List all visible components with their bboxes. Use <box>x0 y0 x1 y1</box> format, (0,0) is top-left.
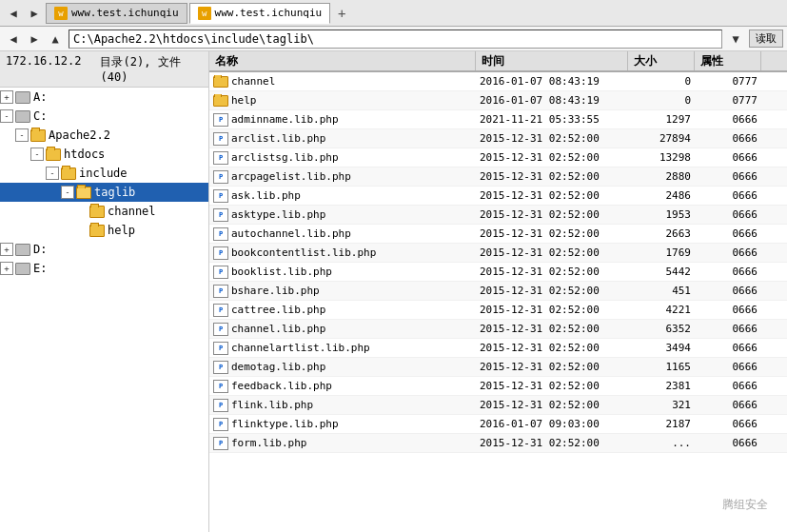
php-file-icon: P <box>213 246 228 260</box>
file-row[interactable]: Parclist.lib.php2015-12-31 02:52:0027894… <box>209 129 787 148</box>
tree-item-help-sub[interactable]: help <box>0 221 208 240</box>
file-row[interactable]: Pdemotag.lib.php2015-12-31 02:52:0011650… <box>209 358 787 377</box>
tree-item-e[interactable]: + E: <box>0 259 208 278</box>
tree-item-c[interactable]: - C: <box>0 107 208 126</box>
right-panel: 名称 时间 大小 属性 channel2016-01-07 08:43:1900… <box>209 51 787 532</box>
address-input[interactable]: C:\Apache2.2\htdocs\include\taglib\ <box>69 30 722 49</box>
addr-up-icon[interactable]: ▲ <box>46 30 65 49</box>
file-attr-cell: 0666 <box>695 342 761 354</box>
file-time-cell: 2015-12-31 02:52:00 <box>476 246 628 259</box>
nav-icons: ◀ ▶ <box>4 4 44 23</box>
file-size-cell: 1769 <box>628 246 695 259</box>
file-attr-cell: 0666 <box>695 189 761 202</box>
file-row[interactable]: Parclistsg.lib.php2015-12-31 02:52:00132… <box>209 148 787 167</box>
tab-1-label: www.test.ichunqiu <box>215 7 323 19</box>
file-size-cell: 4221 <box>628 304 695 316</box>
file-attr-cell: 0666 <box>695 246 761 259</box>
file-attr-cell: 0666 <box>695 323 761 335</box>
file-name-cell: help <box>209 94 476 107</box>
file-row[interactable]: Pchannel.lib.php2015-12-31 02:52:0063520… <box>209 320 787 339</box>
tree-item-htdocs[interactable]: - htdocs <box>0 145 208 164</box>
file-row[interactable]: Pbookcontentlist.lib.php2015-12-31 02:52… <box>209 244 787 263</box>
toggle-c[interactable]: - <box>0 109 13 123</box>
folder-icon-taglib <box>76 187 91 199</box>
file-name: channel <box>231 75 275 88</box>
read-button[interactable]: 读取 <box>749 30 783 48</box>
file-row[interactable]: Pform.lib.php2015-12-31 02:52:00...0666 <box>209 434 787 453</box>
new-tab-button[interactable]: + <box>332 4 351 23</box>
file-name: form.lib.php <box>231 437 306 449</box>
file-row[interactable]: channel2016-01-07 08:43:1900777 <box>209 72 787 91</box>
php-file-icon: P <box>213 132 228 146</box>
toggle-a[interactable]: + <box>0 90 13 104</box>
toggle-e[interactable]: + <box>0 262 13 275</box>
forward-icon[interactable]: ▶ <box>25 4 44 23</box>
file-time-cell: 2015-12-31 02:52:00 <box>476 208 628 221</box>
toggle-htdocs[interactable]: - <box>30 148 44 161</box>
file-name: channelartlist.lib.php <box>231 342 370 354</box>
file-name-cell: Pautochannel.lib.php <box>209 227 476 241</box>
file-size-cell: 3494 <box>628 342 695 354</box>
addr-back-icon[interactable]: ◀ <box>4 30 23 49</box>
drive-icon-a <box>15 91 30 104</box>
tab-0[interactable]: w www.test.ichunqiu <box>46 3 187 24</box>
file-time-cell: 2015-12-31 02:52:00 <box>476 304 628 316</box>
file-row[interactable]: Parcpagelist.lib.php2015-12-31 02:52:002… <box>209 167 787 187</box>
tree-item-a[interactable]: + A: <box>0 88 208 107</box>
tree-label-htdocs: htdocs <box>64 148 105 161</box>
tree-label-a: A: <box>33 90 47 104</box>
file-attr-cell: 0666 <box>695 361 761 373</box>
file-size-cell: 5442 <box>628 266 695 278</box>
file-name-cell: Pflinktype.lib.php <box>209 418 476 431</box>
file-row[interactable]: Pchannelartlist.lib.php2015-12-31 02:52:… <box>209 339 787 358</box>
file-row[interactable]: Pflinktype.lib.php2016-01-07 09:03:00218… <box>209 415 787 434</box>
tree-item-taglib[interactable]: - taglib <box>0 183 208 202</box>
file-name-cell: Pdemotag.lib.php <box>209 361 476 374</box>
file-attr-cell: 0666 <box>695 418 761 430</box>
file-name: bookcontentlist.lib.php <box>231 246 376 259</box>
file-name: feedback.lib.php <box>231 380 332 392</box>
file-size-cell: 2486 <box>628 189 695 202</box>
file-row[interactable]: Pautochannel.lib.php2015-12-31 02:52:002… <box>209 225 787 244</box>
toggle-d[interactable]: + <box>0 243 13 256</box>
tree-item-channel-sub[interactable]: channel <box>0 202 208 221</box>
tab-1[interactable]: w www.test.ichunqiu <box>189 3 331 24</box>
file-size-cell: 13298 <box>628 151 695 164</box>
file-size-cell: 2663 <box>628 227 695 240</box>
file-row[interactable]: Pbooklist.lib.php2015-12-31 02:52:005442… <box>209 263 787 282</box>
file-row[interactable]: help2016-01-07 08:43:1900777 <box>209 91 787 110</box>
file-name-cell: Parclist.lib.php <box>209 132 476 146</box>
file-time-cell: 2015-12-31 02:52:00 <box>476 323 628 335</box>
tree-label-channel-sub: channel <box>108 205 156 218</box>
toggle-apache[interactable]: - <box>15 128 29 142</box>
file-name-cell: channel <box>209 75 476 88</box>
file-attr-cell: 0666 <box>695 304 761 316</box>
file-size-cell: 1165 <box>628 361 695 373</box>
back-icon[interactable]: ◀ <box>4 4 23 23</box>
file-size-cell: 2880 <box>628 170 695 183</box>
tree-item-d[interactable]: + D: <box>0 240 208 259</box>
tree-label-e: E: <box>33 262 47 275</box>
toggle-taglib[interactable]: - <box>61 186 74 199</box>
dropdown-icon[interactable]: ▼ <box>726 30 745 49</box>
left-panel-header: 172.16.12.2 目录(2), 文件(40) <box>0 51 208 88</box>
tree-item-apache[interactable]: - Apache2.2 <box>0 126 208 145</box>
main-container: 172.16.12.2 目录(2), 文件(40) + A: - C: - Ap… <box>0 51 787 532</box>
addr-forward-icon[interactable]: ▶ <box>25 30 44 49</box>
file-row[interactable]: Pask.lib.php2015-12-31 02:52:0024860666 <box>209 187 787 206</box>
tree-item-include[interactable]: - include <box>0 164 208 183</box>
folder-icon-apache <box>30 129 46 142</box>
file-attr-cell: 0666 <box>695 285 761 297</box>
file-row[interactable]: Padminname.lib.php2021-11-21 05:33:55129… <box>209 110 787 129</box>
php-file-icon: P <box>213 342 228 355</box>
file-row[interactable]: Pcattree.lib.php2015-12-31 02:52:0042210… <box>209 301 787 320</box>
file-row[interactable]: Pasktype.lib.php2015-12-31 02:52:0019530… <box>209 206 787 225</box>
file-name-cell: Pform.lib.php <box>209 437 476 450</box>
file-row[interactable]: Pflink.lib.php2015-12-31 02:52:003210666 <box>209 396 787 415</box>
file-row[interactable]: Pfeedback.lib.php2015-12-31 02:52:002381… <box>209 377 787 396</box>
file-name-cell: Pbooklist.lib.php <box>209 266 476 279</box>
toggle-include[interactable]: - <box>46 167 59 180</box>
file-size-cell: 1297 <box>628 113 695 126</box>
tree-label-d: D: <box>33 243 47 256</box>
file-row[interactable]: Pbshare.lib.php2015-12-31 02:52:00451066… <box>209 282 787 301</box>
